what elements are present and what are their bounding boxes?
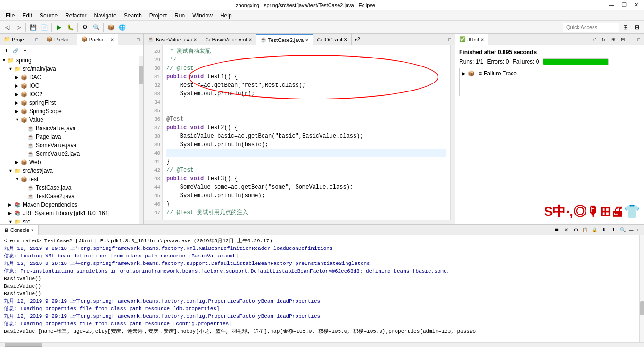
- menu-run[interactable]: Run: [171, 11, 189, 20]
- toolbar-btn-perspective2[interactable]: ⊟: [632, 22, 642, 33]
- toolbar-btn-2[interactable]: ▷: [13, 22, 24, 33]
- tab-package1[interactable]: 📦 Packa...: [42, 34, 77, 45]
- tab-project[interactable]: 📁 Proje... — □: [0, 34, 42, 45]
- code-editor[interactable]: 2829303132333435363738394041424344454647…: [144, 45, 455, 220]
- menu-navigate[interactable]: Navigate: [90, 11, 120, 20]
- console-vertical-scrollbar[interactable]: [639, 235, 644, 342]
- tree-item[interactable]: ☕TestCase.java: [0, 183, 139, 192]
- menu-refactor[interactable]: Refactor: [61, 11, 90, 20]
- junit-maximize-btn[interactable]: □: [636, 36, 642, 43]
- editor-tab-basicvalue-xml[interactable]: 🗂 BasicValue.xml ✕: [201, 34, 256, 45]
- toolbar-btn-6[interactable]: 🔍: [91, 22, 101, 33]
- toolbar-btn-3[interactable]: 💾: [28, 22, 38, 33]
- quick-access-input[interactable]: [563, 23, 619, 32]
- editor-tab-testcase2[interactable]: ☕ TestCase2.java ✕: [256, 34, 313, 45]
- tree-expand-icon: ▶: [8, 211, 14, 215]
- console-btn6[interactable]: ⬇: [600, 226, 608, 234]
- editor-horizontal-scrollbar[interactable]: [144, 220, 455, 224]
- tree-item[interactable]: ▼📁src/test/java: [0, 166, 139, 175]
- tree-item[interactable]: ▶📚JRE System Library [jdk1.8.0_161]: [0, 209, 139, 217]
- tree-item[interactable]: ▶📦DAO: [0, 73, 139, 82]
- junit-toolbar-btn2[interactable]: ▷: [600, 35, 608, 44]
- menu-file[interactable]: File: [2, 11, 18, 20]
- menu-window[interactable]: Window: [189, 11, 216, 20]
- maximize-button[interactable]: ❐: [620, 2, 628, 8]
- view-menu-btn[interactable]: ▼: [21, 46, 29, 55]
- tree-item[interactable]: ▼📁src/main/java: [0, 65, 139, 73]
- toolbar-btn-8[interactable]: 🌐: [117, 22, 127, 33]
- link-editor-btn[interactable]: 🔗: [11, 46, 20, 55]
- menu-help[interactable]: Help: [216, 11, 236, 20]
- junit-toolbar-btn1[interactable]: ◁: [590, 35, 599, 44]
- menu-search[interactable]: Search: [120, 11, 146, 20]
- console-btn2[interactable]: ✕: [562, 226, 570, 234]
- tree-item[interactable]: ▼📁spring: [0, 56, 139, 65]
- console-btn5[interactable]: 🔒: [590, 226, 599, 234]
- junit-minimize-btn[interactable]: —: [628, 36, 635, 43]
- console-btn3[interactable]: ⚙: [571, 226, 580, 234]
- console-btn4[interactable]: 📋: [581, 226, 589, 234]
- toolbar-btn-perspective[interactable]: ⊞: [620, 22, 631, 33]
- tree-item[interactable]: ▶📚Maven Dependencies: [0, 200, 139, 209]
- tree-item[interactable]: ☕BasicValue.java: [0, 124, 139, 132]
- tree-item[interactable]: ▶📦IOC2: [0, 90, 139, 99]
- code-content[interactable]: * 测试自动装配 */// @Testpublic void test1() {…: [163, 45, 450, 220]
- menu-source[interactable]: Source: [36, 11, 61, 20]
- menu-edit[interactable]: Edit: [18, 11, 36, 20]
- console-horizontal-scrollbar[interactable]: [0, 342, 644, 347]
- tab-close-ioc[interactable]: ✕: [344, 37, 347, 42]
- junit-tab-close[interactable]: ✕: [480, 37, 484, 42]
- editor-maximize-btn[interactable]: □: [446, 36, 453, 43]
- editor-tabs-more[interactable]: ▸2: [352, 34, 363, 45]
- left-panel-scroll-thumb[interactable]: [139, 66, 143, 84]
- close-button[interactable]: ✕: [632, 2, 640, 8]
- tab-close-icon[interactable]: ✕: [110, 37, 114, 42]
- console-tab-close[interactable]: ✕: [31, 228, 34, 232]
- panel-minimize[interactable]: —: [30, 36, 34, 43]
- tree-item[interactable]: ☕Page.java: [0, 132, 139, 141]
- toolbar-btn-7[interactable]: 📦: [106, 22, 116, 33]
- tree-item[interactable]: ▼📦test: [0, 175, 139, 183]
- menu-project[interactable]: Project: [146, 11, 171, 20]
- tree-item[interactable]: ▼📦Value: [0, 116, 139, 124]
- tree-item[interactable]: ☕TestCase2.java: [0, 192, 139, 200]
- tree-item[interactable]: ▶📦Web: [0, 158, 139, 166]
- collapse-all-btn[interactable]: ⬆: [2, 46, 10, 55]
- panel-maximize[interactable]: □: [35, 36, 38, 43]
- editor-minimize-btn[interactable]: —: [439, 36, 446, 43]
- tree-item[interactable]: ☕SomeValue2.java: [0, 149, 139, 158]
- tab-close-basicvalue[interactable]: ✕: [193, 37, 197, 42]
- junit-toolbar-btn3[interactable]: ⊞: [609, 35, 618, 44]
- left-panel-maximize-btn[interactable]: □: [135, 36, 141, 43]
- toolbar-btn-1[interactable]: ◁: [2, 22, 12, 33]
- editor-tab-ioc[interactable]: 🗂 IOC.xml ✕: [313, 34, 352, 45]
- tree-item[interactable]: ▶📦SpringScope: [0, 107, 139, 116]
- editor-tab-basicvalue-java[interactable]: ☕ BasicValue.java ✕: [144, 34, 201, 45]
- tab-close-basicvalue-xml[interactable]: ✕: [248, 37, 252, 42]
- console-h-scroll-thumb[interactable]: [5, 343, 42, 347]
- tree-item[interactable]: ▶📦springFirst: [0, 99, 139, 107]
- tree-item[interactable]: ▼📁src: [0, 217, 139, 224]
- tree-item[interactable]: ☕SomeValue.java: [0, 141, 139, 149]
- toolbar-btn-5[interactable]: ⚙: [80, 22, 90, 33]
- console-maximize-btn[interactable]: □: [636, 227, 642, 233]
- left-panel-scrollbar[interactable]: [139, 56, 143, 224]
- console-minimize-btn[interactable]: —: [628, 227, 635, 233]
- tab-package2[interactable]: 📦 Packa... ✕: [77, 34, 118, 45]
- console-btn7[interactable]: ⬆: [609, 226, 618, 234]
- console-btn8[interactable]: 🔍: [619, 226, 627, 234]
- junit-tab[interactable]: ✅ JUnit ✕: [455, 34, 488, 45]
- editor-vertical-scrollbar[interactable]: [450, 45, 455, 220]
- junit-tree-row[interactable]: ▶ 📦 ≡ Failure Trace: [462, 70, 638, 77]
- tab-close-testcase2[interactable]: ✕: [305, 38, 309, 42]
- left-panel-minimize-btn[interactable]: —: [127, 36, 134, 43]
- toolbar-btn-4[interactable]: 📄: [39, 22, 50, 33]
- console-btn1[interactable]: ⏹: [553, 226, 561, 234]
- toolbar-btn-debug[interactable]: 🐛: [65, 22, 75, 33]
- junit-toolbar-btn4[interactable]: ⊟: [619, 35, 627, 44]
- console-scroll-thumb[interactable]: [640, 301, 644, 315]
- minimize-button[interactable]: —: [607, 2, 616, 8]
- toolbar-btn-run[interactable]: ▶: [54, 22, 64, 33]
- tree-item[interactable]: ▶📦IOC: [0, 82, 139, 90]
- console-tab[interactable]: 🖥 Console ✕: [0, 225, 39, 235]
